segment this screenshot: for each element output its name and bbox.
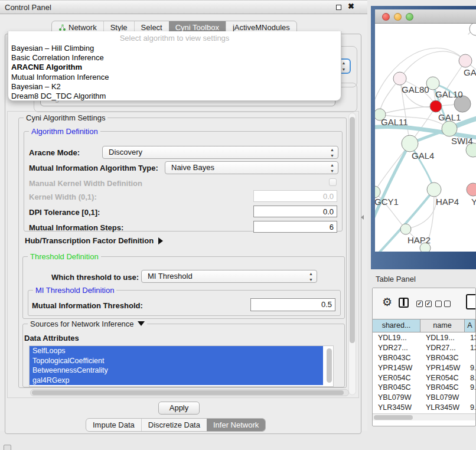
network-node[interactable] xyxy=(442,121,457,136)
mi-threshold-group: MI Threshold Definition Mutual Informati… xyxy=(28,290,341,316)
table-cell[interactable]: YDL19... xyxy=(373,333,420,343)
table-header-row: shared... name A xyxy=(373,319,475,332)
table-row[interactable]: YPR145WYPR145W9. xyxy=(373,363,475,373)
network-node-label: GAL10 xyxy=(435,89,463,99)
table-row[interactable]: YER054CYER054C8. xyxy=(373,373,475,383)
settings-hscroll-thumb[interactable] xyxy=(32,390,344,395)
zoom-traffic-light[interactable] xyxy=(406,13,413,21)
table-horizontal-scrollbar[interactable] xyxy=(373,413,475,420)
unchecked-checkbox-icon[interactable] xyxy=(444,301,451,307)
table-cell[interactable]: YLR345W xyxy=(420,403,465,413)
tab-infer-network[interactable]: Infer Network xyxy=(207,419,265,431)
column-header-name[interactable]: name xyxy=(420,319,465,332)
unchecked-checkbox-icon[interactable] xyxy=(435,301,442,307)
table-cell[interactable]: 13 xyxy=(465,333,475,343)
table-cell[interactable]: 8. xyxy=(465,373,475,383)
attribute-item[interactable]: BetweennessCentrality xyxy=(30,366,323,376)
table-cell[interactable]: YBR045C xyxy=(373,383,420,393)
table-row[interactable]: YDL19...YDL19...13 xyxy=(373,333,475,343)
table-cell[interactable]: 9. xyxy=(465,363,475,373)
dpi-tolerance-field[interactable]: 0.0 xyxy=(253,206,337,217)
manual-kernel-checkbox[interactable] xyxy=(329,178,337,186)
table-cell[interactable]: YDR27... xyxy=(420,343,465,353)
attributes-scrollbar-thumb[interactable] xyxy=(327,348,332,383)
network-edge xyxy=(375,144,410,226)
network-node[interactable] xyxy=(427,182,441,197)
network-node[interactable] xyxy=(402,135,418,152)
column-header-shared-name[interactable]: shared... xyxy=(373,319,420,332)
table-row[interactable]: YBL079WYBL079W xyxy=(373,393,475,403)
table-cell[interactable]: YDL19... xyxy=(420,333,465,343)
minimize-traffic-light[interactable] xyxy=(394,13,402,21)
hub-definition-toggle[interactable]: Hub/Transcription Factor Definition xyxy=(25,236,163,245)
close-icon[interactable]: ✖ xyxy=(348,2,354,11)
settings-horizontal-scrollbar[interactable] xyxy=(30,389,349,396)
algorithm-option[interactable]: Bayesian – K2 xyxy=(8,82,341,92)
network-node[interactable] xyxy=(430,100,442,112)
tab-impute-data[interactable]: Impute Data xyxy=(86,419,141,431)
minimized-window-icon[interactable] xyxy=(4,445,11,450)
table-cell[interactable] xyxy=(465,353,475,363)
table-cell[interactable]: YPR145W xyxy=(373,363,420,373)
table-row[interactable]: YBR045CYBR045C9. xyxy=(373,383,475,393)
network-node[interactable] xyxy=(400,224,411,234)
column-header-partial[interactable]: A xyxy=(465,319,475,332)
network-window-titlebar[interactable] xyxy=(375,9,476,24)
table-cell[interactable]: YPR145W xyxy=(420,363,465,373)
settings-vscroll-thumb[interactable] xyxy=(350,117,355,343)
table-cell[interactable] xyxy=(465,393,475,403)
kernel-width-field[interactable]: 0.0 xyxy=(253,190,337,202)
cyni-settings-title: Cyni Algorithm Settings xyxy=(24,113,107,122)
mi-type-combo[interactable]: Naive Bayes ▲▼ xyxy=(165,161,338,174)
table-hscroll-thumb[interactable] xyxy=(374,415,413,420)
settings-vertical-scrollbar[interactable] xyxy=(348,113,356,395)
table-cell[interactable]: YDR27... xyxy=(373,343,420,353)
network-node[interactable] xyxy=(470,24,476,35)
table-row[interactable]: YLR345WYLR345W9. xyxy=(373,403,475,413)
checked-checkbox-icon[interactable]: ✓ xyxy=(416,301,423,307)
mi-steps-field[interactable]: 6 xyxy=(253,221,337,233)
table-cell[interactable]: 9. xyxy=(465,403,475,413)
attribute-item[interactable]: SelfLoops xyxy=(30,346,323,356)
algorithm-option[interactable]: Mutual Information Inference xyxy=(8,73,341,82)
table-cell[interactable]: YBR045C xyxy=(420,383,465,393)
algorithm-option[interactable]: Bayesian – Hill Climbing xyxy=(8,44,341,53)
checked-checkbox-icon[interactable]: ✓ xyxy=(425,301,432,307)
network-canvas[interactable]: GALGAL80GAL10GAL1GAL11SWI4GAL4GCY1HAP4YH… xyxy=(375,24,476,252)
table-cell[interactable]: YER054C xyxy=(373,373,420,383)
apply-button[interactable]: Apply xyxy=(158,402,200,415)
attribute-item[interactable]: gal4RGexp xyxy=(30,376,323,386)
algorithm-option[interactable]: Dream8 DC_TDC Algorithm xyxy=(8,92,341,101)
gear-icon[interactable]: ⚙ xyxy=(382,296,392,308)
table-cell[interactable]: YBL079W xyxy=(420,393,465,403)
table-row[interactable]: YBR043CYBR043C xyxy=(373,353,475,363)
sources-toggle[interactable]: Sources for Network Inference xyxy=(28,319,147,328)
table-cell[interactable]: YER054C xyxy=(420,373,465,383)
table-cell[interactable]: 12 xyxy=(465,343,475,353)
network-node[interactable] xyxy=(467,183,476,196)
table-cell[interactable]: YBR043C xyxy=(420,353,465,363)
table-cell[interactable]: YBL079W xyxy=(373,393,420,403)
table-row[interactable]: YDR27...YDR27...12 xyxy=(373,343,475,353)
algorithm-option[interactable]: ARACNE Algorithm xyxy=(8,63,341,72)
function-builder-icon[interactable] xyxy=(466,294,476,309)
tab-discretize-data[interactable]: Discretize Data xyxy=(141,419,207,431)
table-cell[interactable]: 9. xyxy=(465,383,475,393)
table-cell[interactable]: YLR345W xyxy=(373,403,420,413)
table-cell[interactable]: YBR043C xyxy=(373,353,420,363)
splitter-collapse-icon[interactable] xyxy=(361,215,364,220)
network-node[interactable] xyxy=(459,54,472,67)
network-node[interactable] xyxy=(393,72,406,85)
mi-threshold-field[interactable]: 0.5 xyxy=(250,298,335,311)
close-traffic-light[interactable] xyxy=(382,13,390,21)
algorithm-option[interactable]: Basic Correlation Inference xyxy=(8,53,341,63)
data-attributes-list[interactable]: SelfLoopsTopologicalCoefficientBetweenne… xyxy=(29,345,334,387)
network-graph: GALGAL80GAL10GAL1GAL11SWI4GAL4GCY1HAP4YH… xyxy=(375,24,476,252)
which-threshold-combo[interactable]: MI Threshold ▲▼ xyxy=(141,270,317,283)
aracne-mode-combo[interactable]: Discovery ▲▼ xyxy=(102,146,338,159)
columns-icon[interactable] xyxy=(399,298,409,308)
mi-type-label: Mutual Information Algorithm Type: xyxy=(29,164,158,172)
attribute-item[interactable]: TopologicalCoefficient xyxy=(30,356,323,366)
float-window-icon[interactable] xyxy=(336,5,341,10)
network-node[interactable] xyxy=(375,186,380,198)
